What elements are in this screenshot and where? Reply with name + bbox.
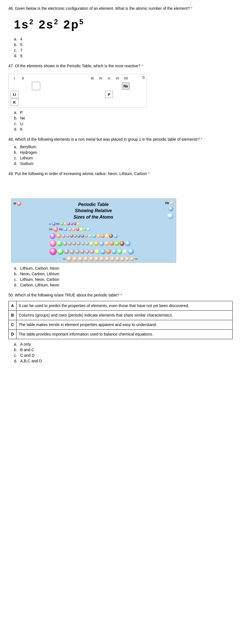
statement-row-c: C The table makes trends in element prop… [9,320,233,330]
q46-option-d[interactable]: d. 9 [14,54,233,58]
question-46: 46. Given below is the electronic config… [8,6,233,58]
question-49: 49. Put the following in order of increa… [8,171,233,287]
q47-option-b[interactable]: b. Ne [14,116,233,120]
q46-number: 46. [8,6,15,11]
q48-option-d[interactable]: d. Sodium [14,161,233,166]
q47-number: 47. [8,64,15,68]
q50-option-a[interactable]: a. A only [14,342,233,346]
q48-option-a[interactable]: a. Beryllium [14,145,233,149]
large-periodic-table: H Periodic Table Showing Relative Sizes … [11,198,176,263]
blank-space-49 [8,179,233,196]
pt-row-1: Ne [10,82,145,90]
statement-text-b: Columns (groups) and rows (periods) indi… [16,311,233,320]
q50-text: 50. Which of the following is/are TRUE a… [8,292,233,298]
q49-option-d[interactable]: d. Carbon, Lithium, Neon [14,283,233,287]
statement-text-d: The table provides important information… [16,330,233,339]
q50-option-c[interactable]: c. C and D [14,353,233,358]
statement-text-a: It can be used to predict the properties… [16,301,233,311]
pt-group-header-row: I II III IV V VI VII [10,75,145,82]
statement-row-a: A It can be used to predict the properti… [9,301,233,311]
q49-number: 49. [8,171,15,176]
q48-options: a. Beryllium b. Hydrogen c. Lithium d. S… [8,145,233,166]
q50-option-d[interactable]: d. A,B,C and D [14,359,233,363]
q48-required: * [201,137,202,142]
pt-row-2: Li P [10,90,145,98]
q47-required: * [141,64,143,68]
q47-option-d[interactable]: d. K [14,127,233,131]
q49-required: * [148,171,150,176]
statement-label-c: C [9,320,16,330]
q48-number: 48. [8,137,15,142]
statement-row-b: B Columns (groups) and rows (periods) in… [9,311,233,320]
pt-colored-rows: Li Be Na Mg [49,222,138,263]
q47-option-a[interactable]: a. P [14,110,233,115]
q50-option-b[interactable]: b. B and C [14,348,233,352]
pt-img-title: Periodic Table Showing Relative Sizes of… [74,202,114,220]
mini-periodic-table: 0 I II III IV V VI VII Ne [8,74,147,107]
question-48: 48. Which of the following elements is a… [8,137,233,166]
question-50: 50. Which of the following is/are TRUE a… [8,292,233,363]
q46-option-c[interactable]: c. 7 [14,48,233,52]
statement-label-b: B [9,311,16,320]
statement-text-c: The table makes trends in element proper… [16,320,233,330]
q49-option-c[interactable]: c. Lithium, Neon, Carbon [14,277,233,282]
statement-label-a: A [9,301,16,311]
q50-required: * [121,293,122,297]
q46-required: * [191,6,192,11]
q47-text: 47. Of the elements shown in the Periodi… [8,63,233,69]
q49-option-a[interactable]: a. Lithium, Carbon, Neon [14,266,233,270]
q48-option-b[interactable]: b. Hydrogen [14,150,233,155]
q49-options: a. Lithium, Carbon, Neon b. Neon, Carbon… [8,266,233,287]
q47-options: a. P b. Ne c. Li d. K [8,110,233,131]
q46-option-b[interactable]: b. 5 [14,42,233,47]
zero-label: 0 [143,75,145,80]
q50-number: 50. [8,293,15,297]
q46-text: 46. Given below is the electronic config… [8,6,233,11]
q46-option-a[interactable]: a. 4 [14,37,233,41]
question-47: 47. Of the elements shown in the Periodi… [8,63,233,131]
q50-options: a. A only b. B and C c. C and D d. A,B,C… [8,342,233,363]
electron-config: 1s2 2s2 2p5 [8,14,233,37]
pt-row-3: K [10,98,145,106]
q49-option-b[interactable]: b. Neon, Carbon, Lithium [14,272,233,276]
q48-text: 48. Which of the following elements is a… [8,137,233,142]
statements-table: A It can be used to predict the properti… [8,301,233,339]
q46-options: a. 4 b. 5 c. 7 d. 9 [8,37,233,58]
q47-option-c[interactable]: c. Li [14,121,233,126]
q48-option-c[interactable]: c. Lithium [14,156,233,160]
statement-label-d: D [9,330,16,339]
q49-text: 49. Put the following in order of increa… [8,171,233,177]
statement-row-d: D The table provides important informati… [9,330,233,339]
